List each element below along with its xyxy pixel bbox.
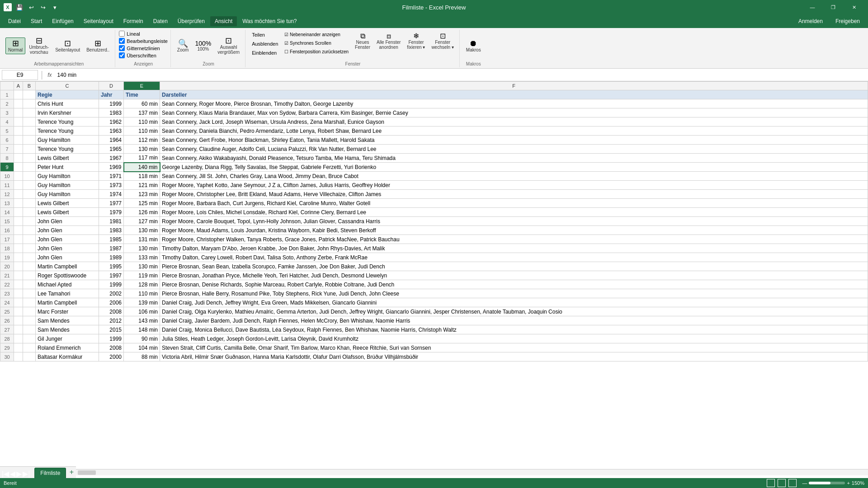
gitternetz-checkbox[interactable] (119, 45, 125, 51)
row-number-8[interactable]: 8 (0, 154, 14, 163)
row-number-19[interactable]: 19 (0, 253, 14, 262)
row-number-16[interactable]: 16 (0, 226, 14, 235)
custom-view-button[interactable]: ⊞ Benutzerd.. (84, 38, 112, 54)
cell-B9[interactable] (23, 163, 36, 172)
cell-C12[interactable]: Guy Hamilton (36, 190, 99, 199)
row-number-27[interactable]: 27 (0, 325, 14, 334)
cell-A18[interactable] (14, 244, 23, 253)
cell-F4[interactable]: Sean Connery, Jack Lord, Joseph Wiseman,… (160, 117, 868, 127)
row-number-14[interactable]: 14 (0, 208, 14, 217)
zoom-slider[interactable] (809, 482, 845, 484)
row-number-6[interactable]: 6 (0, 136, 14, 145)
row-number-29[interactable]: 29 (0, 343, 14, 352)
cell-B25[interactable] (23, 307, 36, 316)
redo-button[interactable]: ↪ (38, 2, 48, 12)
cell-B6[interactable] (23, 136, 36, 145)
cell-C8[interactable]: Lewis Gilbert (36, 154, 99, 163)
cell-E6[interactable]: 112 min (124, 136, 160, 145)
cell-A3[interactable] (14, 108, 23, 117)
freeze-button[interactable]: ❄ Fensterfixieren ▾ (404, 31, 428, 52)
menu-start[interactable]: Start (26, 16, 47, 26)
cell-E24[interactable]: 139 min (124, 298, 160, 307)
cell-B22[interactable] (23, 280, 36, 289)
cell-A25[interactable] (14, 307, 23, 316)
menu-seitenlayout[interactable]: Seitenlayout (79, 16, 118, 26)
cell-C15[interactable]: John Glen (36, 217, 99, 226)
cell-B12[interactable] (23, 190, 36, 199)
cell-A4[interactable] (14, 117, 23, 127)
cell-C17[interactable]: John Glen (36, 235, 99, 244)
cell-F16[interactable]: Roger Moore, Maud Adams, Louis Jourdan, … (160, 226, 868, 235)
cell-B16[interactable] (23, 226, 36, 235)
arrange-button[interactable]: ⧈ Alle Fensteranordnen (374, 31, 403, 52)
cell-F28[interactable]: Julia Stiles, Heath Ledger, Joseph Gordo… (160, 334, 868, 343)
row-number-26[interactable]: 26 (0, 316, 14, 325)
cell-E15[interactable]: 127 min (124, 217, 160, 226)
row-number-3[interactable]: 3 (0, 108, 14, 117)
menu-ueberpruefen[interactable]: Überprüfen (173, 16, 209, 26)
restore-button[interactable]: ❐ (823, 0, 844, 14)
cell-F2[interactable]: Sean Connery, Roger Moore, Pierce Brosna… (160, 99, 868, 108)
cell-B15[interactable] (23, 217, 36, 226)
share-button[interactable]: Freigeben (831, 16, 864, 26)
cell-B23[interactable] (23, 289, 36, 298)
cell-E17[interactable]: 131 min (124, 235, 160, 244)
cell-B17[interactable] (23, 235, 36, 244)
cell-D20[interactable]: 1995 (99, 262, 124, 271)
cell-D29[interactable]: 2008 (99, 343, 124, 352)
cell-D11[interactable]: 1973 (99, 181, 124, 190)
cell-E4[interactable]: 110 min (124, 117, 160, 127)
cell-C3[interactable]: Irvin Kershner (36, 108, 99, 117)
cell-A1[interactable] (14, 90, 23, 99)
cell-D12[interactable]: 1974 (99, 190, 124, 199)
cell-B14[interactable] (23, 208, 36, 217)
cell-E11[interactable]: 121 min (124, 181, 160, 190)
cell-E18[interactable]: 130 min (124, 244, 160, 253)
cell-B5[interactable] (23, 127, 36, 136)
row-number-5[interactable]: 5 (0, 127, 14, 136)
row-number-20[interactable]: 20 (0, 262, 14, 271)
cell-D17[interactable]: 1985 (99, 235, 124, 244)
zoom-selection-button[interactable]: ⊡ Auswahlvergrößern (215, 35, 242, 56)
customize-button[interactable]: ▾ (50, 2, 60, 12)
col-header-B[interactable]: B (23, 82, 36, 90)
row-number-12[interactable]: 12 (0, 190, 14, 199)
horizontal-scrollbar[interactable] (76, 469, 868, 475)
row-number-15[interactable]: 15 (0, 217, 14, 226)
row-number-25[interactable]: 25 (0, 307, 14, 316)
cell-A10[interactable] (14, 172, 23, 181)
page-layout-button[interactable]: ⊡ Seitenlayout (52, 38, 83, 54)
cell-C28[interactable]: Gil Junger (36, 334, 99, 343)
cell-F22[interactable]: Pierce Brosnan, Denise Richards, Sophie … (160, 280, 868, 289)
zoom-100-button[interactable]: 100% 100% (192, 38, 214, 53)
cell-D16[interactable]: 1983 (99, 226, 124, 235)
cell-B8[interactable] (23, 154, 36, 163)
row-number-7[interactable]: 7 (0, 145, 14, 154)
cell-E25[interactable]: 106 min (124, 307, 160, 316)
cell-B27[interactable] (23, 325, 36, 334)
cell-B26[interactable] (23, 316, 36, 325)
cell-D5[interactable]: 1963 (99, 127, 124, 136)
cell-C27[interactable]: Sam Mendes (36, 325, 99, 334)
cell-C20[interactable]: Martin Campbell (36, 262, 99, 271)
cell-F20[interactable]: Pierce Brosnan, Sean Bean, Izabella Scor… (160, 262, 868, 271)
switch-window-button[interactable]: ⊡ Fensterwechseln ▾ (429, 31, 456, 52)
cell-D18[interactable]: 1987 (99, 244, 124, 253)
row-number-4[interactable]: 4 (0, 117, 14, 127)
cell-A14[interactable] (14, 208, 23, 217)
cell-F25[interactable]: Daniel Craig, Olga Kurylenko, Mathieu Am… (160, 307, 868, 316)
cell-F21[interactable]: Pierce Brosnan, Jonathan Pryce, Michelle… (160, 271, 868, 280)
cell-C7[interactable]: Terence Young (36, 145, 99, 154)
cell-A20[interactable] (14, 262, 23, 271)
einblenden-button[interactable]: Einblenden (249, 49, 281, 57)
cell-C4[interactable]: Terence Young (36, 117, 99, 127)
minimize-button[interactable]: — (802, 0, 823, 14)
cell-D23[interactable]: 2002 (99, 289, 124, 298)
col-header-E[interactable]: E (124, 82, 160, 90)
wrap-view-button[interactable]: ⊟ Umbruch-vorschau (26, 35, 52, 56)
cell-D1[interactable]: Jahr (99, 90, 124, 99)
ueberschriften-checkbox-label[interactable]: Überschriften (119, 52, 156, 58)
cell-A28[interactable] (14, 334, 23, 343)
cell-A26[interactable] (14, 316, 23, 325)
cell-F24[interactable]: Daniel Craig, Judi Dench, Jeffrey Wright… (160, 298, 868, 307)
